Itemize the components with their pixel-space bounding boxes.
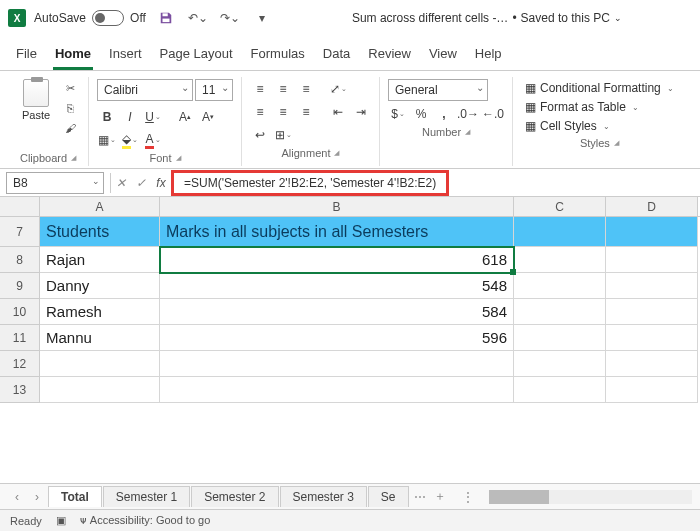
decrease-indent-button[interactable]: ⇤ (328, 102, 348, 122)
tab-view[interactable]: View (427, 42, 459, 70)
tab-insert[interactable]: Insert (107, 42, 144, 70)
decrease-decimal-button[interactable]: ←.0 (482, 104, 504, 124)
accounting-format-button[interactable]: $ (388, 104, 408, 124)
sheet-tab[interactable]: Semester 1 (103, 486, 190, 507)
format-painter-button[interactable]: 🖌 (60, 119, 80, 137)
tab-home[interactable]: Home (53, 42, 93, 70)
sheet-nav-next[interactable]: › (28, 488, 46, 506)
cell[interactable] (606, 247, 698, 273)
font-name-combo[interactable]: Calibri (97, 79, 193, 101)
cell[interactable] (514, 377, 606, 403)
row-header[interactable]: 9 (0, 273, 40, 299)
cell[interactable] (606, 217, 698, 247)
align-left-button[interactable]: ≡ (250, 102, 270, 122)
cell[interactable] (606, 351, 698, 377)
italic-button[interactable]: I (120, 107, 140, 127)
cell[interactable] (606, 377, 698, 403)
sheet-divider[interactable]: ⋮ (459, 488, 477, 506)
group-label-styles[interactable]: Styles (521, 137, 678, 149)
cell[interactable]: Danny (40, 273, 160, 299)
col-header-c[interactable]: C (514, 197, 606, 216)
conditional-formatting-button[interactable]: ▦Conditional Formatting (521, 79, 678, 97)
group-label-font[interactable]: Font (97, 152, 233, 164)
new-sheet-button[interactable]: ＋ (431, 488, 449, 506)
cell[interactable] (514, 351, 606, 377)
undo-button[interactable]: ↶⌄ (186, 6, 210, 30)
name-box[interactable]: B8 (6, 172, 104, 194)
enter-formula-button[interactable]: ✓ (131, 173, 151, 193)
increase-font-button[interactable]: A▴ (175, 107, 195, 127)
horizontal-scrollbar[interactable] (489, 490, 692, 504)
cell[interactable] (514, 299, 606, 325)
sheet-tab[interactable]: Se (368, 486, 409, 507)
fill-color-button[interactable]: ⬙ (120, 130, 140, 150)
number-format-combo[interactable]: General (388, 79, 488, 101)
cell[interactable] (160, 351, 514, 377)
toggle-switch-icon[interactable] (92, 10, 124, 26)
cell[interactable]: 548 (160, 273, 514, 299)
tab-formulas[interactable]: Formulas (249, 42, 307, 70)
cell[interactable] (514, 247, 606, 273)
group-label-number[interactable]: Number (388, 126, 504, 138)
cell[interactable] (606, 325, 698, 351)
tab-file[interactable]: File (14, 42, 39, 70)
cell[interactable] (40, 351, 160, 377)
copy-button[interactable]: ⎘ (60, 99, 80, 117)
sheet-tab[interactable]: Semester 2 (191, 486, 278, 507)
sheet-more[interactable]: ⋯ (411, 488, 429, 506)
tab-help[interactable]: Help (473, 42, 504, 70)
spreadsheet-grid[interactable]: A B C D 7 Students Marks in all subjects… (0, 197, 700, 403)
cut-button[interactable]: ✂ (60, 79, 80, 97)
align-center-button[interactable]: ≡ (273, 102, 293, 122)
increase-decimal-button[interactable]: .0→ (457, 104, 479, 124)
align-middle-button[interactable]: ≡ (273, 79, 293, 99)
cancel-formula-button[interactable]: ✕ (111, 173, 131, 193)
cell[interactable] (40, 377, 160, 403)
cell-styles-button[interactable]: ▦Cell Styles (521, 117, 678, 135)
font-size-combo[interactable]: 11 (195, 79, 233, 101)
cell[interactable] (514, 217, 606, 247)
sheet-nav-prev[interactable]: ‹ (8, 488, 26, 506)
cell[interactable]: Ramesh (40, 299, 160, 325)
cell[interactable]: Marks in all subjects in all Semesters (160, 217, 514, 247)
accessibility-status[interactable]: ᴪ Accessibility: Good to go (80, 514, 211, 527)
comma-format-button[interactable]: , (434, 104, 454, 124)
group-label-clipboard[interactable]: Clipboard (16, 152, 80, 164)
align-bottom-button[interactable]: ≡ (296, 79, 316, 99)
autosave-toggle[interactable]: AutoSave Off (34, 10, 146, 26)
cell[interactable]: 618 (160, 247, 514, 273)
orientation-button[interactable]: ⤢ (328, 79, 348, 99)
sheet-tab[interactable]: Total (48, 486, 102, 507)
format-as-table-button[interactable]: ▦Format as Table (521, 98, 678, 116)
cell[interactable]: 596 (160, 325, 514, 351)
align-top-button[interactable]: ≡ (250, 79, 270, 99)
row-header[interactable]: 13 (0, 377, 40, 403)
tab-review[interactable]: Review (366, 42, 413, 70)
font-color-button[interactable]: A (143, 130, 163, 150)
wrap-text-button[interactable]: ↩ (250, 125, 270, 145)
cell[interactable]: Rajan (40, 247, 160, 273)
document-title[interactable]: Sum across different cells -… • Saved to… (282, 11, 692, 25)
cell[interactable] (514, 273, 606, 299)
fx-icon[interactable]: fx (151, 173, 171, 193)
cell[interactable] (514, 325, 606, 351)
bold-button[interactable]: B (97, 107, 117, 127)
formula-input[interactable]: =SUM('Semester 2'!B2:E2, 'Semester 4'!B2… (178, 172, 442, 194)
merge-center-button[interactable]: ⊞ (273, 125, 293, 145)
cell[interactable] (606, 299, 698, 325)
cell[interactable]: Students (40, 217, 160, 247)
decrease-font-button[interactable]: A▾ (198, 107, 218, 127)
row-header[interactable]: 11 (0, 325, 40, 351)
percent-format-button[interactable]: % (411, 104, 431, 124)
group-label-alignment[interactable]: Alignment (250, 147, 371, 159)
tab-page-layout[interactable]: Page Layout (158, 42, 235, 70)
macro-record-icon[interactable]: ▣ (56, 514, 66, 527)
col-header-d[interactable]: D (606, 197, 698, 216)
cell[interactable]: Mannu (40, 325, 160, 351)
row-header[interactable]: 7 (0, 217, 40, 247)
cell[interactable] (160, 377, 514, 403)
redo-button[interactable]: ↷⌄ (218, 6, 242, 30)
tab-data[interactable]: Data (321, 42, 352, 70)
borders-button[interactable]: ▦ (97, 130, 117, 150)
qat-dropdown[interactable]: ▾ (250, 6, 274, 30)
